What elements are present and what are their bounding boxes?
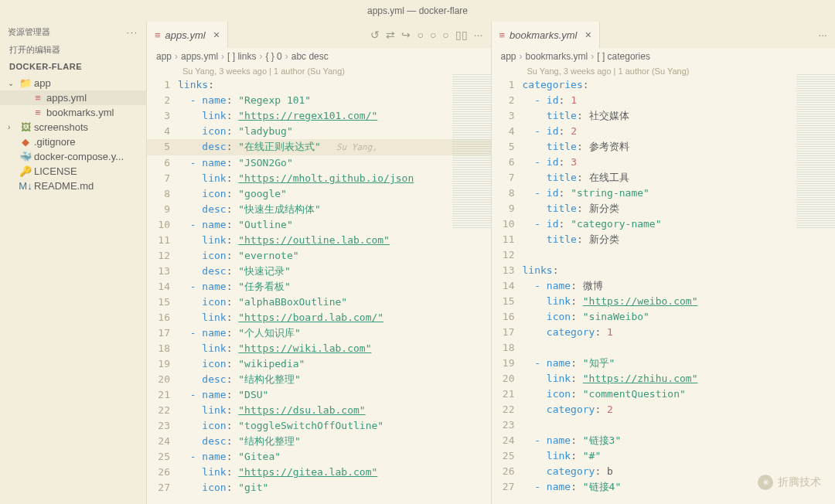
code-line[interactable]: 15 icon: "alphaBBoxOutline" (147, 295, 491, 310)
code-line[interactable]: 18 (492, 340, 836, 356)
code-line[interactable]: 8 icon: "google" (147, 186, 491, 202)
breadcrumb-right[interactable]: app›bookmarks.yml›[ ] categories (492, 48, 836, 65)
circle-icon[interactable]: ○ (417, 29, 423, 41)
line-number: 2 (147, 93, 178, 108)
line-number: 2 (492, 93, 523, 108)
code-line[interactable]: 7 title: 在线工具 (492, 170, 836, 186)
code-line[interactable]: 16 icon: "sinaWeibo" (492, 309, 836, 325)
tab-apps-yml[interactable]: ≡ apps.yml × (147, 22, 228, 48)
tree-item--gitignore[interactable]: ◆.gitignore (0, 135, 146, 149)
code-editor-left[interactable]: 1links:2 - name: "Regexp 101"3 link: "ht… (147, 77, 491, 504)
breadcrumb-segment[interactable]: app (156, 51, 172, 62)
arrow-icon[interactable]: ↪ (401, 29, 411, 41)
line-content: - id: "string-name" (523, 186, 649, 201)
circle-icon[interactable]: ○ (442, 29, 448, 41)
line-content: - name: "任务看板" (178, 279, 291, 295)
code-line[interactable]: 4 - id: 2 (492, 124, 836, 139)
code-line[interactable]: 18 link: "https://wiki.lab.com" (147, 341, 491, 356)
code-line[interactable]: 5 desc: "在线正则表达式"Su Yang, (147, 139, 491, 155)
tree-item-docker-compose-y-[interactable]: 🐳docker-compose.y... (0, 149, 146, 164)
code-line[interactable]: 10 - id: "category-name" (492, 216, 836, 232)
breadcrumb-segment[interactable]: apps.yml (181, 51, 218, 62)
code-line[interactable]: 19 icon: "wikipedia" (147, 356, 491, 372)
code-line[interactable]: 2 - id: 1 (492, 93, 836, 108)
close-icon[interactable]: × (213, 29, 220, 41)
code-line[interactable]: 11 title: 新分类 (492, 232, 836, 247)
breadcrumb-segment[interactable]: [ ] categories (597, 51, 650, 62)
code-line[interactable]: 13links: (492, 263, 836, 278)
code-line[interactable]: 14 - name: "任务看板" (147, 279, 491, 295)
open-editors-label[interactable]: 打开的编辑器 (0, 43, 146, 59)
code-line[interactable]: 27 icon: "git" (147, 480, 491, 495)
tree-item-apps-yml[interactable]: ≡apps.yml (0, 90, 146, 105)
code-line[interactable]: 3 title: 社交媒体 (492, 108, 836, 124)
breadcrumb-segment[interactable]: [ ] links (227, 51, 256, 62)
code-line[interactable]: 26 link: "https://gitea.lab.com" (147, 465, 491, 480)
code-line[interactable]: 11 link: "https://outline.lab.com" (147, 233, 491, 248)
code-line[interactable]: 1categories: (492, 77, 836, 93)
code-line[interactable]: 10 - name: "Outline" (147, 217, 491, 233)
code-line[interactable]: 9 title: 新分类 (492, 201, 836, 216)
code-line[interactable]: 15 link: "https://weibo.com" (492, 294, 836, 309)
tree-item-LICENSE[interactable]: 🔑LICENSE (0, 164, 146, 179)
code-line[interactable]: 17 category: 1 (492, 325, 836, 340)
breadcrumb-left[interactable]: app›apps.yml›[ ] links›{ } 0›abc desc (147, 48, 491, 65)
code-line[interactable]: 21 icon: "commentQuestion" (492, 387, 836, 402)
code-line[interactable]: 23 (492, 417, 836, 433)
line-content: title: 新分类 (523, 201, 619, 216)
circle-icon[interactable]: ○ (430, 29, 436, 41)
code-line[interactable]: 14 - name: 微博 (492, 278, 836, 294)
breadcrumb-segment[interactable]: app (501, 51, 516, 62)
code-line[interactable]: 1links: (147, 77, 491, 93)
explorer-more-icon[interactable]: ··· (127, 28, 138, 37)
code-line[interactable]: 20 desc: "结构化整理" (147, 372, 491, 387)
breadcrumb-segment[interactable]: bookmarks.yml (526, 51, 588, 62)
code-line[interactable]: 19 - name: "知乎" (492, 356, 836, 371)
code-line[interactable]: 3 link: "https://regex101.com/" (147, 108, 491, 124)
code-line[interactable]: 24 - name: "链接3" (492, 433, 836, 448)
code-line[interactable]: 4 icon: "ladybug" (147, 124, 491, 139)
code-line[interactable]: 2 - name: "Regexp 101" (147, 93, 491, 108)
breadcrumb-segment[interactable]: { } 0 (265, 51, 281, 62)
line-content: link: "https://outline.lab.com" (178, 233, 390, 248)
code-line[interactable]: 12 (492, 247, 836, 263)
left-pane: ≡ apps.yml × ↺ ⇄ ↪ ○ ○ ○ ▯▯ ··· (147, 22, 492, 504)
code-line[interactable]: 23 icon: "toggleSwitchOffOutline" (147, 418, 491, 434)
code-line[interactable]: 8 - id: "string-name" (492, 186, 836, 201)
code-line[interactable]: 7 link: "https://mholt.github.io/json (147, 171, 491, 186)
code-line[interactable]: 13 desc: "快速记录" (147, 264, 491, 279)
md-icon: M↓ (19, 180, 32, 192)
code-line[interactable]: 20 link: "https://zhihu.com" (492, 371, 836, 387)
code-line[interactable]: 22 category: 2 (492, 402, 836, 417)
code-line[interactable]: 17 - name: "个人知识库" (147, 325, 491, 341)
compare-icon[interactable]: ⇄ (386, 29, 395, 41)
code-line[interactable]: 5 title: 参考资料 (492, 139, 836, 155)
code-line[interactable]: 6 - id: 3 (492, 155, 836, 170)
line-number: 22 (492, 402, 523, 417)
tree-item-bookmarks-yml[interactable]: ≡bookmarks.yml (0, 105, 146, 120)
code-line[interactable]: 16 link: "https://board.lab.com/" (147, 310, 491, 325)
tree-item-app[interactable]: ⌄📁app (0, 76, 146, 90)
code-editor-right[interactable]: 1categories:2 - id: 13 title: 社交媒体4 - id… (492, 77, 836, 504)
line-number: 25 (492, 448, 523, 464)
tree-item-README-md[interactable]: M↓README.md (0, 179, 146, 193)
more-icon[interactable]: ··· (818, 29, 827, 41)
code-line[interactable]: 21 - name: "DSU" (147, 387, 491, 403)
more-icon[interactable]: ··· (474, 29, 483, 41)
project-name[interactable]: DOCKER-FLARE (0, 59, 146, 74)
code-line[interactable]: 25 link: "#" (492, 448, 836, 464)
breadcrumb-separator-icon: › (259, 51, 262, 62)
breadcrumb-segment[interactable]: abc desc (291, 51, 329, 62)
code-line[interactable]: 6 - name: "JSON2Go" (147, 155, 491, 171)
close-icon[interactable]: × (585, 29, 591, 41)
code-line[interactable]: 12 icon: "evernote" (147, 248, 491, 264)
code-line[interactable]: 9 desc: "快速生成结构体" (147, 202, 491, 217)
split-icon[interactable]: ▯▯ (455, 29, 468, 41)
code-line[interactable]: 22 link: "https://dsu.lab.com" (147, 403, 491, 418)
tab-bookmarks-yml[interactable]: ≡ bookmarks.yml × (492, 22, 600, 48)
code-line[interactable]: 25 - name: "Gitea" (147, 449, 491, 465)
history-icon[interactable]: ↺ (370, 29, 380, 41)
code-line[interactable]: 24 desc: "结构化整理" (147, 434, 491, 449)
line-number: 15 (492, 294, 523, 309)
tree-item-screenshots[interactable]: ›🖼screenshots (0, 120, 146, 135)
